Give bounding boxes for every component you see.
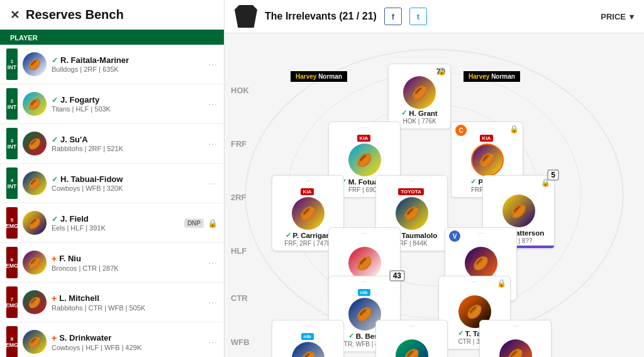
list-item[interactable]: 2 INT 🏉 ✓ J. Fogarty Titans | HLF | 503K… [0, 84, 224, 124]
lock-icon-frf: 🔒 [509, 125, 519, 133]
facebook-button[interactable]: f [384, 8, 402, 25]
close-button[interactable]: ✕ [10, 8, 19, 22]
twitter-button[interactable]: t [409, 8, 427, 25]
player-actions: ··· [208, 297, 218, 307]
field-card-wfb-right[interactable]: ··· 🏉 ✓ J. Mansour WFB | 518K [479, 320, 552, 357]
pos-label-hok: HOK [231, 86, 249, 95]
player-info: + F. Niu Broncos | CTR | 287K [52, 254, 203, 272]
pos-badge: 6 EMG [6, 247, 18, 278]
pos-label: INT [8, 144, 17, 150]
player-actions: ··· [208, 337, 218, 347]
dots-button[interactable]: ··· [208, 139, 218, 149]
list-item[interactable]: 8 EMG 🏉 + S. Drinkwater Cowboys | HLF | … [0, 322, 224, 357]
field-card-wfb-mid[interactable]: ··· 🏉 ✓ C. Nicoll-Klokstad WFB | 571K [375, 320, 448, 357]
player-info: ✓ J. Su'A Rabbitohs | 2RF | 521K [52, 135, 203, 152]
player-actions: ··· [208, 139, 218, 149]
player-info: + S. Drinkwater Cowboys | HLF | WFB | 42… [52, 333, 203, 351]
pos-label: EMG [6, 302, 19, 309]
chevron-down-icon: ▾ [630, 12, 634, 21]
kia-badge-2: KIA [480, 135, 494, 142]
2rf-mid-avatar: 🏉 [396, 197, 428, 230]
player-actions: ··· [208, 178, 218, 188]
sponsor-hok-left: Harvey Norman [291, 70, 347, 83]
hok-name: ✓ H. Grant [391, 109, 448, 117]
dots-button[interactable]: ··· [208, 337, 218, 347]
field-card-wfb-left[interactable]: ··· nib 🏉 ✓ K. Ponga WFB | 715K [272, 320, 344, 357]
dots-wfb-mid[interactable]: ··· [409, 322, 414, 329]
list-item[interactable]: 4 INT 🏉 ✓ H. Tabuai-Fidow Cowboys | WFB … [0, 164, 224, 203]
field-container: HOK FRF 2RF HLF CTR WFB Harvey Norman 70… [225, 33, 644, 357]
pos-badge: 3 INT [6, 128, 18, 159]
dots-button[interactable]: ··· [208, 258, 218, 268]
player-meta: Bulldogs | 2RF | 635K [52, 65, 203, 73]
list-item[interactable]: 5 EMG 🏉 ✓ J. Field Eels | HLF | 391K DNP… [0, 203, 224, 243]
player-number: 4 [11, 178, 13, 183]
pos-label: INT [8, 104, 17, 110]
dots-ctr-right[interactable]: ··· [472, 278, 477, 285]
wfb-left-avatar: 🏉 [292, 342, 325, 357]
price-select[interactable]: PRICE ▾ [601, 12, 634, 21]
list-item[interactable]: 6 EMG 🏉 + F. Niu Broncos | CTR | 287K ··… [0, 243, 224, 283]
top-bar: The Irrelevants (21 / 21) f t PRICE ▾ [225, 0, 644, 33]
pos-label: EMG [6, 223, 19, 229]
sponsor-hok-right: Harvey Norman [464, 70, 520, 83]
pos-badge: 1 INT [6, 48, 18, 80]
player-name: ✓ R. Faitala-Mariner [52, 55, 203, 65]
player-avatar: 🏉 [23, 171, 47, 195]
dots-ctr-left[interactable]: ··· [362, 278, 367, 285]
list-item[interactable]: 7 EMG 🏉 + L. Mitchell Rabbitohs | CTR | … [0, 283, 224, 322]
wfb-right-avatar: 🏉 [499, 339, 532, 357]
dots-button[interactable]: ··· [208, 59, 218, 69]
kia-badge-3: KIA [301, 188, 314, 195]
dots-icon[interactable]: ··· [361, 124, 368, 131]
player-name: ✓ J. Su'A [52, 135, 203, 144]
lock-ctr-right: 🔒 [497, 279, 506, 288]
dots-hlf-left[interactable]: ··· [362, 230, 367, 237]
hlf-right-avatar: 🏉 [465, 247, 497, 280]
dots-button[interactable]: ··· [208, 178, 218, 188]
player-number: 6 [11, 257, 13, 263]
list-item[interactable]: 3 INT 🏉 ✓ J. Su'A Rabbitohs | 2RF | 521K… [0, 124, 224, 164]
pos-badge: 2 INT [6, 88, 18, 120]
player-number: 3 [11, 138, 13, 144]
dots-hlf-right[interactable]: ··· [478, 230, 483, 237]
price-label: PRICE [601, 12, 626, 21]
field-card-hok[interactable]: 70 🏉 🔒 ✓ H. Grant HOK | 776K [388, 64, 451, 129]
toyota-badge: TOYOTA [398, 188, 424, 195]
team-name: The Irrelevants (21 / 21) [265, 11, 377, 22]
player-actions: ··· [208, 59, 218, 69]
player-list: 1 INT 🏉 ✓ R. Faitala-Mariner Bulldogs | … [0, 45, 224, 357]
player-meta: Rabbitohs | 2RF | 521K [52, 145, 203, 152]
player-avatar: 🏉 [23, 52, 47, 76]
player-avatar: 🏉 [23, 290, 47, 314]
player-actions: ··· [208, 258, 218, 268]
pos-label: EMG [6, 342, 19, 348]
nib-badge-2: nib [301, 333, 314, 340]
dots-wfb-right[interactable]: ··· [513, 322, 518, 329]
dots-2rf-mid[interactable]: ··· [409, 178, 414, 184]
player-avatar: 🏉 [23, 251, 47, 275]
dots-2rf-left[interactable]: ··· [305, 178, 310, 184]
player-number: 5 [11, 217, 13, 223]
dots-button[interactable]: ··· [208, 99, 218, 109]
list-item[interactable]: 1 INT 🏉 ✓ R. Faitala-Mariner Bulldogs | … [0, 45, 224, 84]
player-name: ✓ H. Tabuai-Fidow [52, 174, 203, 184]
player-number: 2 [11, 98, 13, 104]
player-avatar: 🏉 [23, 92, 47, 116]
player-actions: ··· [208, 99, 218, 109]
player-meta: Rabbitohs | CTR | WFB | 505K [52, 304, 203, 312]
dots-button[interactable]: ··· [208, 297, 218, 307]
player-name: ✓ J. Field [52, 214, 179, 224]
player-avatar: 🏉 [23, 330, 47, 354]
dots-wfb-left[interactable]: ··· [305, 322, 310, 329]
player-info: + L. Mitchell Rabbitohs | CTR | WFB | 50… [52, 293, 203, 312]
player-avatar: 🏉 [23, 132, 47, 156]
player-number: 1 [11, 59, 13, 64]
main-area: The Irrelevants (21 / 21) f t PRICE ▾ HO… [225, 0, 644, 357]
column-header: PLAYER [0, 31, 224, 45]
player-meta: Broncos | CTR | 287K [52, 264, 203, 272]
pos-label-hlf: HLF [231, 246, 247, 256]
team-jersey [235, 5, 257, 28]
pos-label-frf: FRF [231, 139, 247, 149]
player-number: 7 [11, 297, 13, 302]
